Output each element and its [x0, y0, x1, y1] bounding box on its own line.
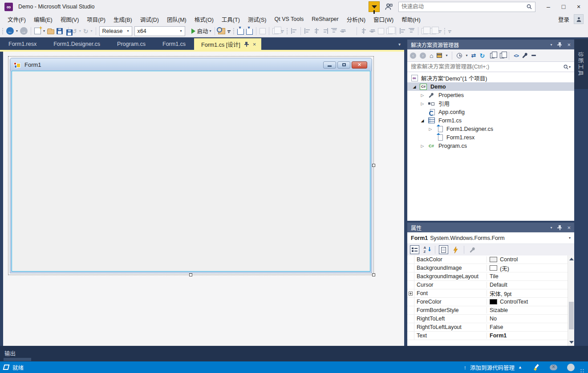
tab-form1-cs[interactable]: Form1.cs — [154, 38, 194, 50]
vertical-scrollbar[interactable] — [568, 255, 574, 346]
resize-handle-bottom[interactable] — [189, 273, 192, 276]
sign-in-link[interactable]: 登录 — [554, 13, 574, 25]
tab-program-cs[interactable]: Program.cs — [109, 38, 154, 50]
source-control-caret-icon[interactable]: ▲ — [518, 365, 522, 369]
tree-row-form1-designer-cs[interactable]: ▷ Form1.Designer.cs — [407, 125, 574, 133]
resize-handle-right[interactable] — [372, 164, 375, 167]
vertical-splitter[interactable] — [404, 37, 407, 346]
save-icon[interactable] — [57, 28, 63, 34]
resize-grip[interactable] — [580, 369, 584, 373]
pin-icon[interactable] — [557, 42, 562, 47]
form-selection-rect[interactable]: Form1 ✕ — [8, 57, 373, 275]
expander-collapsed-icon[interactable]: ▷ — [420, 93, 425, 97]
properties-wrench-icon[interactable] — [522, 53, 528, 58]
redo-icon[interactable]: ↻ — [83, 28, 89, 35]
panel-menu-dropdown-icon[interactable]: ▾ — [550, 226, 552, 230]
tab-list-dropdown-icon[interactable]: ▾ — [398, 42, 401, 47]
navigate-forward-button[interactable]: → — [20, 27, 28, 35]
redo-dropdown[interactable]: ▾ — [91, 29, 93, 33]
switch-views-dropdown[interactable]: ▾ — [446, 53, 447, 57]
home-icon[interactable]: ⌂ — [430, 52, 433, 59]
solution-platform-select[interactable]: x64▾ — [134, 26, 185, 36]
toolbar-grip[interactable] — [2, 28, 4, 35]
designer-canvas[interactable]: Form1 ✕ — [3, 52, 404, 346]
show-all-files-icon[interactable] — [500, 53, 504, 58]
solution-search-input[interactable] — [411, 64, 563, 70]
output-tab[interactable]: 输出 — [4, 349, 16, 357]
attach-to-process-icon[interactable] — [218, 28, 225, 34]
object-selector-dropdown[interactable]: Form1 System.Windows.Forms.Form ▾ — [407, 232, 574, 244]
diagnostics-tools-tab[interactable]: 诊断工具 — [574, 39, 588, 89]
tree-row-solution[interactable]: ∞ 解决方案"Demo"(1 个项目) — [407, 74, 574, 82]
menu-format[interactable]: 格式(O) — [191, 13, 218, 25]
expander-expanded-icon[interactable]: ◢ — [412, 85, 417, 89]
form-maximize-button[interactable] — [337, 61, 350, 69]
property-row-backgroundimagelayout[interactable]: BackgroundImageLayout Tile — [407, 272, 574, 281]
form-close-button[interactable]: ✕ — [352, 61, 367, 69]
maximize-button[interactable]: □ — [557, 1, 570, 12]
categorized-view-button[interactable] — [410, 245, 419, 254]
se-back-icon[interactable]: ‹ — [410, 53, 416, 59]
tree-row-project-demo[interactable]: ◢ C# Demo — [407, 82, 574, 91]
property-row-cursor[interactable]: Cursor Default — [407, 281, 574, 289]
property-row-righttoleftlayout[interactable]: RightToLeftLayout False — [407, 323, 574, 332]
menu-window[interactable]: 窗口(W) — [369, 13, 397, 25]
pending-changes-dropdown[interactable]: ▾ — [466, 53, 467, 57]
menu-team[interactable]: 团队(M) — [163, 13, 191, 25]
preview-selected-items-icon[interactable] — [531, 55, 536, 56]
pending-changes-filter-icon[interactable] — [457, 53, 462, 58]
toolbar-grip[interactable] — [444, 28, 446, 35]
tree-row-form1-resx[interactable]: Form1.resx — [407, 133, 574, 142]
tree-row-app-config[interactable]: App.config — [407, 108, 574, 116]
open-file-icon[interactable] — [47, 29, 54, 34]
sync-with-active-document-icon[interactable]: ⇄ — [471, 52, 476, 59]
toolbar-overflow-button[interactable]: ▾ — [448, 29, 451, 33]
menu-analyze[interactable]: 分析(N) — [343, 13, 369, 25]
start-debug-button[interactable]: 启动 ▾ — [191, 27, 211, 35]
menu-help[interactable]: 帮助(H) — [397, 13, 424, 25]
feedback-person-icon[interactable] — [383, 1, 394, 12]
new-item-dropdown[interactable]: ▾ — [43, 29, 45, 33]
menu-edit[interactable]: 编辑(E) — [30, 13, 57, 25]
add-to-source-control-button[interactable]: 添加到源代码管理 — [470, 363, 515, 372]
expander-expanded-icon[interactable]: ◢ — [420, 118, 425, 123]
object-selector-caret-icon[interactable]: ▾ — [569, 236, 571, 240]
scrollbar-thumb[interactable] — [569, 302, 574, 329]
solution-configuration-select[interactable]: Release▾ — [99, 26, 132, 36]
collapse-all-icon[interactable] — [490, 53, 495, 58]
expander-collapsed-icon[interactable]: ▷ — [420, 101, 425, 106]
new-item-icon[interactable] — [34, 28, 41, 34]
search-options-dropdown[interactable]: ▾ — [569, 65, 571, 69]
quick-launch-box[interactable] — [398, 2, 535, 12]
menu-file[interactable]: 文件(F) — [4, 13, 30, 25]
property-row-righttoleft[interactable]: RightToLeft No — [407, 315, 574, 323]
expand-property-icon[interactable] — [409, 292, 413, 296]
pin-icon[interactable] — [244, 42, 249, 47]
scroll-up-icon[interactable] — [569, 258, 574, 260]
close-tab-icon[interactable]: × — [253, 41, 256, 48]
close-panel-icon[interactable]: × — [567, 224, 571, 231]
tab-form1-cs-design-active[interactable]: Form1.cs [设计] × — [194, 38, 261, 50]
user-avatar-icon[interactable] — [574, 14, 584, 24]
build-selection-icon[interactable] — [237, 29, 244, 35]
properties-titlebar[interactable]: 属性 ▾ × — [407, 223, 574, 232]
navigate-back-button[interactable]: ← — [6, 27, 14, 35]
solution-explorer-titlebar[interactable]: 解决方案资源管理器 ▾ × — [407, 40, 574, 49]
tree-row-program-cs[interactable]: ▷ C# Program.cs — [407, 142, 574, 150]
alphabetical-sort-button[interactable] — [422, 245, 431, 254]
tab-form1-designer-cs[interactable]: Form1.Designer.cs — [45, 38, 109, 50]
toolbar-overflow-button[interactable]: ▾ — [438, 29, 442, 33]
switch-views-icon[interactable] — [437, 53, 442, 58]
designed-form-titlebar[interactable]: Form1 ✕ — [10, 58, 372, 71]
menu-project[interactable]: 项目(P) — [83, 13, 109, 25]
background-tasks-icon[interactable] — [3, 365, 10, 370]
notifications-pencil-icon[interactable] — [534, 364, 540, 370]
toolbar-overflow-button[interactable]: ▾ — [281, 29, 284, 33]
expander-collapsed-icon[interactable]: ▷ — [428, 127, 433, 131]
designed-form-window[interactable]: Form1 ✕ — [10, 58, 372, 273]
menu-tools[interactable]: 工具(T) — [218, 13, 244, 25]
property-pages-button[interactable] — [468, 245, 477, 254]
tree-row-properties[interactable]: ▷ Properties — [407, 91, 574, 99]
menu-build[interactable]: 生成(B) — [109, 13, 136, 25]
tree-row-form1-cs[interactable]: ◢ Form1.cs — [407, 116, 574, 125]
